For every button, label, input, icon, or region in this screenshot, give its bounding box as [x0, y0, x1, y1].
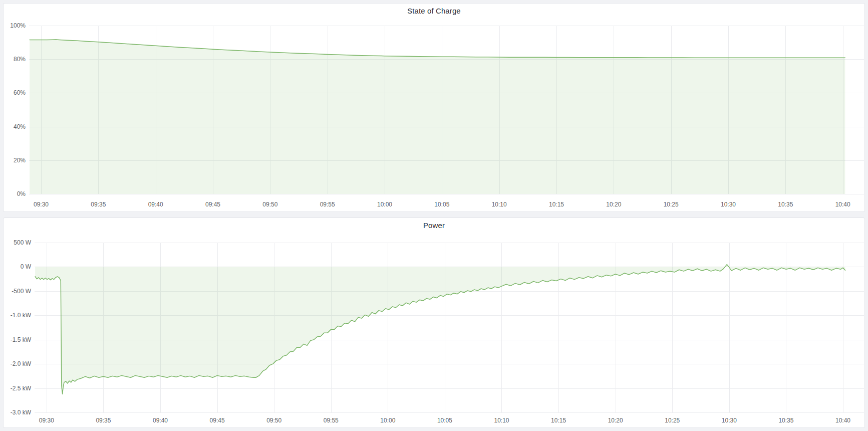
x-axis-label: 09:30: [39, 417, 54, 424]
x-axis-label: 10:10: [494, 417, 509, 424]
x-axis-label: 10:25: [665, 417, 680, 424]
y-axis-label: 500 W: [14, 239, 31, 246]
x-axis-label: 10:00: [380, 417, 395, 424]
y-axis-label: -3.0 kW: [11, 409, 32, 416]
x-axis-label: 09:50: [266, 417, 281, 424]
panel-header[interactable]: Power: [4, 218, 864, 231]
y-axis-label: -1.0 kW: [11, 312, 32, 319]
x-axis-label: 09:45: [210, 417, 225, 424]
x-axis-label: 10:40: [835, 417, 850, 424]
y-axis-label: -2.5 kW: [11, 385, 32, 392]
x-axis-label: 09:35: [91, 201, 106, 208]
x-axis-label: 10:05: [437, 417, 452, 424]
panel-state-of-charge: State of Charge 0%20%40%60%80%100%09:300…: [3, 3, 865, 212]
x-axis-label: 09:40: [148, 201, 163, 208]
y-axis-label: 40%: [14, 123, 26, 130]
x-axis-label: 09:50: [262, 201, 277, 208]
x-axis-label: 10:05: [434, 201, 449, 208]
y-axis-label: 60%: [14, 89, 26, 96]
x-axis-label: 10:20: [608, 417, 623, 424]
x-axis-label: 10:15: [549, 201, 564, 208]
state-of-charge-chart-canvas[interactable]: 0%20%40%60%80%100%09:3009:3509:4009:4509…: [4, 17, 865, 211]
series-area: [30, 40, 845, 194]
panel-title: State of Charge: [407, 7, 461, 15]
x-axis-label: 10:00: [377, 201, 392, 208]
x-axis-label: 10:15: [551, 417, 566, 424]
x-axis-label: 10:40: [835, 201, 850, 208]
power-chart-canvas[interactable]: 500 W0 W-500 W-1.0 kW-1.5 kW-2.0 kW-2.5 …: [4, 231, 865, 427]
x-axis-label: 10:35: [778, 201, 793, 208]
x-axis-label: 09:55: [320, 201, 335, 208]
y-axis-label: 0%: [17, 190, 26, 197]
x-axis-label: 09:40: [153, 417, 168, 424]
x-axis-label: 10:20: [606, 201, 621, 208]
y-axis-label: -500 W: [12, 288, 31, 295]
panel-title: Power: [423, 221, 445, 230]
series-area: [35, 265, 845, 394]
x-axis-label: 10:30: [721, 201, 736, 208]
x-axis-label: 09:30: [34, 201, 49, 208]
panel-power: Power 500 W0 W-500 W-1.0 kW-1.5 kW-2.0 k…: [3, 218, 865, 428]
x-axis-label: 10:25: [664, 201, 679, 208]
panel-header[interactable]: State of Charge: [4, 4, 864, 17]
y-axis-label: 100%: [10, 22, 26, 29]
y-axis-label: -2.0 kW: [11, 360, 32, 367]
x-axis-label: 10:30: [722, 417, 737, 424]
y-axis-label: 0 W: [21, 263, 32, 270]
y-axis-label: 80%: [14, 56, 26, 63]
x-axis-label: 10:10: [492, 201, 507, 208]
x-axis-label: 10:35: [778, 417, 793, 424]
x-axis-label: 09:55: [324, 417, 339, 424]
x-axis-label: 09:45: [205, 201, 220, 208]
x-axis-label: 09:35: [96, 417, 111, 424]
y-axis-label: 20%: [14, 157, 26, 164]
y-axis-label: -1.5 kW: [11, 336, 32, 343]
